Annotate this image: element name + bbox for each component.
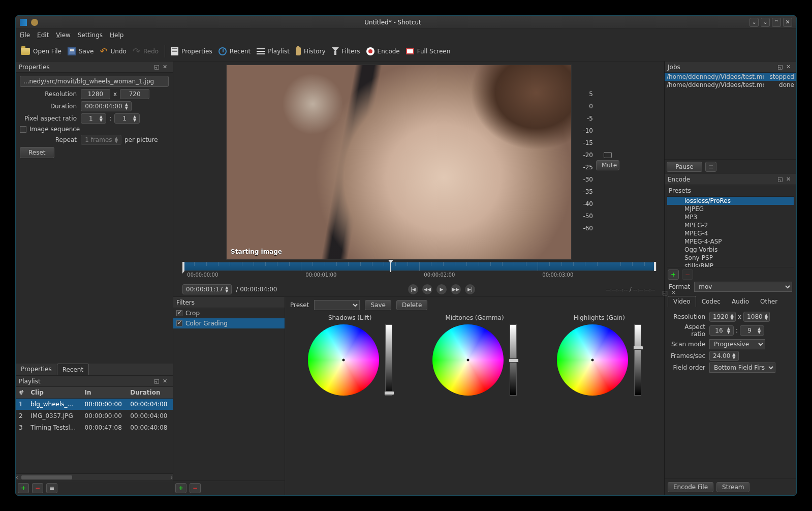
properties-button[interactable]: Properties xyxy=(171,47,212,55)
jobs-menu-button[interactable]: ≡ xyxy=(705,162,716,172)
playlist-scrollbar[interactable]: ‹› xyxy=(16,473,173,480)
highlights-slider[interactable] xyxy=(634,324,641,396)
menu-view[interactable]: View xyxy=(56,32,70,39)
tab-audio[interactable]: Audio xyxy=(726,296,755,307)
filter-item[interactable]: Color Grading xyxy=(173,318,285,328)
fps-input[interactable]: 24.00▲▼ xyxy=(709,351,739,361)
menu-settings[interactable]: Settings xyxy=(78,32,103,39)
undock-icon[interactable]: ◱ xyxy=(154,378,161,385)
rewind-button[interactable]: ◀◀ xyxy=(422,284,432,294)
undock-icon[interactable]: ◱ xyxy=(663,289,668,296)
pause-job-button[interactable]: Pause xyxy=(667,162,702,172)
repeat-input[interactable]: 1 frames▲▼ xyxy=(81,135,121,145)
tab-video[interactable]: Video xyxy=(668,296,696,307)
timeline[interactable]: 00:00:00;00 00:00:01;00 00:00:02;00 00:0… xyxy=(182,262,656,282)
presets-list[interactable]: lossless/ProResMJPEGMP3MPEG-2MPEG-4MPEG-… xyxy=(667,196,794,267)
preset-save-button[interactable]: Save xyxy=(365,300,391,310)
preset-item[interactable]: MPEG-2 xyxy=(667,221,794,229)
menu-help[interactable]: Help xyxy=(110,32,123,39)
restore-button[interactable]: ⌄ xyxy=(761,18,770,27)
format-select[interactable]: mov xyxy=(694,282,792,292)
scan-mode-select[interactable]: Progressive xyxy=(709,339,765,349)
close-panel-icon[interactable]: ✕ xyxy=(786,64,793,71)
skip-end-button[interactable]: ▶| xyxy=(465,284,475,294)
job-row[interactable]: /home/ddennedy/Videos/test.movdone xyxy=(665,81,796,89)
window-title: Untitled* - Shotcut xyxy=(38,19,747,26)
menu-file[interactable]: File xyxy=(20,32,30,39)
preset-add-button[interactable]: + xyxy=(668,269,679,280)
par-b-input[interactable]: 1▲▼ xyxy=(114,113,140,124)
encode-button[interactable]: Encode xyxy=(366,47,400,55)
preview-image[interactable] xyxy=(226,65,572,260)
image-sequence-checkbox[interactable] xyxy=(20,126,26,133)
preset-remove-button[interactable]: − xyxy=(682,269,693,280)
tab-other[interactable]: Other xyxy=(755,296,783,307)
playlist-add-button[interactable]: + xyxy=(18,483,29,493)
timecode-current[interactable]: 00:00:01:17▲▼ xyxy=(182,284,232,294)
preset-delete-button[interactable]: Delete xyxy=(396,300,427,310)
preset-item[interactable]: lossless/ProRes xyxy=(667,197,794,205)
playlist-row[interactable]: 3Timing Testsl...00:00:47:0800:00:40:08 xyxy=(16,422,173,434)
playlist-menu-button[interactable]: ≡ xyxy=(46,483,57,493)
play-button[interactable]: ▶ xyxy=(436,284,447,294)
shadows-wheel[interactable] xyxy=(308,324,379,396)
filter-add-button[interactable]: + xyxy=(175,483,186,493)
playlist-remove-button[interactable]: − xyxy=(32,483,43,493)
undock-icon[interactable]: ◱ xyxy=(777,176,785,183)
preset-item[interactable]: MPEG-4 xyxy=(667,229,794,237)
open-file-button[interactable]: Open File xyxy=(21,48,61,55)
preset-item[interactable]: Ogg Vorbis xyxy=(667,246,794,254)
history-button[interactable]: History xyxy=(296,47,326,55)
midtones-slider[interactable] xyxy=(510,324,517,396)
redo-button[interactable]: ↷Redo xyxy=(133,46,159,56)
close-button[interactable]: ✕ xyxy=(783,18,792,27)
preset-item[interactable]: MP3 xyxy=(667,213,794,221)
close-panel-icon[interactable]: ✕ xyxy=(163,64,170,71)
aspect-b-input[interactable]: 9▲▼ xyxy=(740,325,764,336)
aspect-a-input[interactable]: 16▲▼ xyxy=(709,325,734,336)
menu-edit[interactable]: Edit xyxy=(37,32,49,39)
playlist-button[interactable]: Playlist xyxy=(257,48,290,55)
close-panel-icon[interactable]: ✕ xyxy=(671,289,676,296)
tab-properties[interactable]: Properties xyxy=(16,364,57,375)
skip-start-button[interactable]: |◀ xyxy=(408,284,418,294)
maximize-button[interactable]: ^ xyxy=(772,18,781,27)
playlist-row[interactable]: 2IMG_0357.JPG00:00:00:0000:00:04:00 xyxy=(16,410,173,422)
save-button[interactable]: Save xyxy=(68,47,93,55)
preset-item[interactable]: stills/BMP xyxy=(667,262,794,267)
close-panel-icon[interactable]: ✕ xyxy=(786,176,793,183)
tab-recent[interactable]: Recent xyxy=(57,364,89,375)
tab-codec[interactable]: Codec xyxy=(696,296,726,307)
filter-item[interactable]: Crop xyxy=(173,308,285,318)
reset-button[interactable]: Reset xyxy=(20,147,54,158)
midtones-wheel[interactable] xyxy=(432,324,504,396)
res-width-input[interactable]: 1280 xyxy=(81,89,110,99)
encode-file-button[interactable]: Encode File xyxy=(668,482,713,492)
enc-width-input[interactable]: 1920▲▼ xyxy=(709,312,736,322)
fullscreen-button[interactable]: Full Screen xyxy=(406,48,451,55)
undo-button[interactable]: ↶Undo xyxy=(100,46,126,56)
preset-select[interactable] xyxy=(314,300,360,310)
field-order-select[interactable]: Bottom Field First xyxy=(709,363,775,373)
highlights-wheel[interactable] xyxy=(557,324,628,396)
res-height-input[interactable]: 720 xyxy=(120,89,149,99)
duration-input[interactable]: 00:00:04:00▲▼ xyxy=(81,101,132,111)
stream-button[interactable]: Stream xyxy=(716,482,749,492)
forward-button[interactable]: ▶▶ xyxy=(451,284,461,294)
filter-remove-button[interactable]: − xyxy=(190,483,201,493)
close-panel-icon[interactable]: ✕ xyxy=(163,378,170,385)
undock-icon[interactable]: ◱ xyxy=(154,64,161,71)
playlist-row[interactable]: 1blg_wheels_...00:00:00:0000:00:04:00 xyxy=(16,399,173,410)
shadows-slider[interactable] xyxy=(385,324,392,396)
job-row[interactable]: /home/ddennedy/Videos/test.movstopped xyxy=(665,73,796,81)
par-a-input[interactable]: 1▲▼ xyxy=(81,113,106,124)
preset-item[interactable]: MJPEG xyxy=(667,205,794,213)
minimize-button[interactable]: ⌄ xyxy=(749,18,759,27)
preset-item[interactable]: Sony-PSP xyxy=(667,254,794,262)
enc-height-input[interactable]: 1080▲▼ xyxy=(743,312,770,322)
preset-item[interactable]: MPEG-4-ASP xyxy=(667,237,794,246)
mute-button[interactable]: Mute xyxy=(596,160,619,170)
undock-icon[interactable]: ◱ xyxy=(777,64,785,71)
recent-button[interactable]: Recent xyxy=(218,47,251,55)
filters-button[interactable]: Filters xyxy=(332,47,360,55)
